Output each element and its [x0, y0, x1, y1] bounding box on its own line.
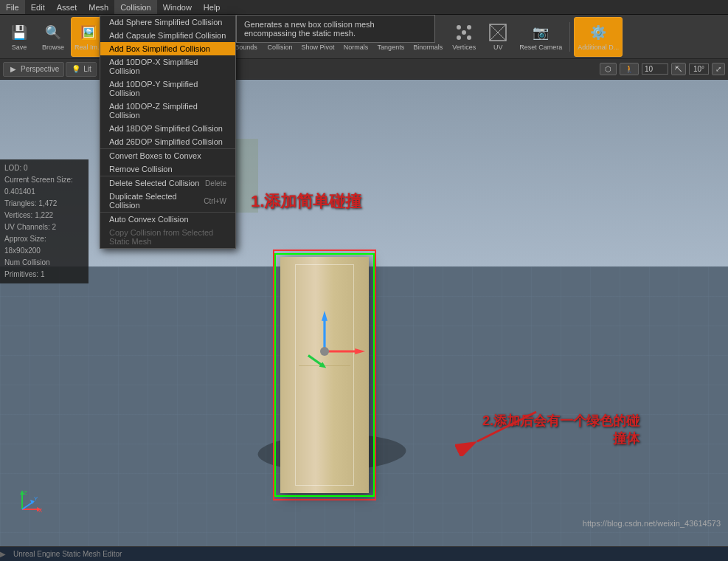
remove-collision-item[interactable]: Remove Collision: [100, 162, 235, 176]
menu-mesh[interactable]: Mesh: [83, 0, 114, 14]
uv-button[interactable]: UV: [482, 17, 514, 57]
duplicate-selected-collision-item[interactable]: Duplicate Selected Collision Ctrl+W: [100, 190, 235, 212]
menu-help[interactable]: Help: [198, 0, 226, 14]
svg-point-29: [467, 35, 471, 40]
approx-size-info: Approx Size: 18x90x200: [4, 233, 84, 257]
reset-camera-button[interactable]: 📷 Reset Camera: [516, 17, 566, 57]
add-10dopx-collision-item[interactable]: Add 10DOP-X Simplified Collision: [100, 55, 235, 78]
snap-button[interactable]: ⛏: [671, 63, 686, 75]
add-sphere-collision-item[interactable]: Add Sphere Simplified Collision: [100, 16, 235, 29]
left-info-panel: LOD: 0 Current Screen Size: 0.401401 Tri…: [0, 159, 89, 283]
lit-button[interactable]: 💡 Lit: [66, 62, 97, 77]
auto-convex-collision-item[interactable]: Auto Convex Collision: [100, 212, 235, 226]
vertices-button[interactable]: Vertices: [448, 17, 480, 57]
transform-center: [320, 347, 329, 356]
additional-d-button[interactable]: ⚙️ Additional D...: [574, 17, 623, 57]
svg-text:X: X: [38, 507, 43, 514]
copy-collision-item: Copy Collision from Selected Static Mesh: [100, 226, 235, 248]
save-icon: 💾: [9, 22, 30, 43]
toolbar-divider-2: [569, 22, 570, 52]
watermark: https://blog.csdn.net/weixin_43614573: [583, 519, 721, 528]
svg-point-26: [457, 25, 461, 30]
svg-text:Y: Y: [34, 495, 38, 502]
convert-boxes-convex-item[interactable]: Convert Boxes to Convex: [100, 148, 235, 162]
add-18dop-collision-item[interactable]: Add 18DOP Simplified Collision: [100, 122, 235, 135]
tooltip-box: Generates a new box collision mesh encom…: [236, 15, 435, 43]
taskbar-info: Unreal Engine Static Mesh Editor: [13, 550, 122, 558]
perspective-icon: ▶: [8, 64, 18, 75]
screen-size-info: Current Screen Size: 0.401401: [4, 174, 84, 198]
angle-display: 10°: [689, 63, 709, 75]
save-button[interactable]: 💾 Save: [3, 17, 35, 57]
menu-asset[interactable]: Asset: [51, 0, 83, 14]
browse-icon: 🔍: [43, 22, 63, 43]
lit-icon: 💡: [71, 64, 81, 75]
uv-channels-info: UV Channels: 2: [4, 221, 84, 233]
num-collision-info: Num Collision Primitives: 1: [4, 257, 84, 280]
browse-button[interactable]: 🔍 Browse: [37, 17, 69, 57]
axis-indicator: X Z Y: [15, 487, 44, 517]
cam-speed-button[interactable]: 🚶: [620, 63, 639, 75]
delete-selected-collision-item[interactable]: Delete Selected Collision Delete: [100, 176, 235, 190]
lod-info: LOD: 0: [4, 162, 84, 174]
taskbar-left: ▶: [0, 550, 6, 558]
add-capsule-collision-item[interactable]: Add Capsule Simplified Collision: [100, 29, 235, 42]
green-collision-box: [274, 253, 375, 497]
perspective-button[interactable]: ▶ Perspective: [3, 62, 64, 77]
vertices-icon: [454, 22, 474, 43]
add-26dop-collision-item[interactable]: Add 26DOP Simplified Collision: [100, 135, 235, 148]
num-input[interactable]: [642, 63, 668, 75]
svg-point-30: [462, 30, 466, 35]
menu-bar: File Edit Asset Mesh Collision Window He…: [0, 0, 728, 15]
menu-file[interactable]: File: [0, 0, 25, 14]
add-box-collision-item[interactable]: Add Box Simplified Collision: [100, 42, 235, 55]
maximize-button[interactable]: ⤢: [712, 63, 725, 75]
realtime-icon: 🖼️: [78, 22, 99, 43]
svg-point-28: [457, 35, 461, 40]
triangles-info: Triangles: 1,472: [4, 198, 84, 210]
svg-text:Z: Z: [24, 489, 27, 496]
menu-edit[interactable]: Edit: [25, 0, 51, 14]
3d-object-container: [280, 257, 369, 493]
taskbar: ▶ Unreal Engine Static Mesh Editor: [0, 546, 728, 561]
annotation-1: 1.添加简单碰撞: [251, 190, 361, 213]
uv-icon: [488, 22, 508, 43]
menu-collision[interactable]: Collision: [114, 0, 157, 14]
menu-window[interactable]: Window: [157, 0, 198, 14]
add-10dopz-collision-item[interactable]: Add 10DOP-Z Simplified Collision: [100, 100, 235, 122]
vertices-info: Vertices: 1,222: [4, 210, 84, 221]
add-10dopy-collision-item[interactable]: Add 10DOP-Y Simplified Collision: [100, 78, 235, 100]
collision-dropdown-menu: Add Sphere Simplified Collision Add Caps…: [100, 15, 236, 249]
reset-camera-icon: 📷: [530, 22, 551, 43]
svg-point-27: [467, 25, 471, 30]
additional-d-icon: ⚙️: [588, 22, 609, 43]
annotation-arrow-2: [455, 397, 544, 458]
svg-line-44: [477, 412, 536, 441]
lod-button[interactable]: ⬡: [600, 63, 617, 75]
